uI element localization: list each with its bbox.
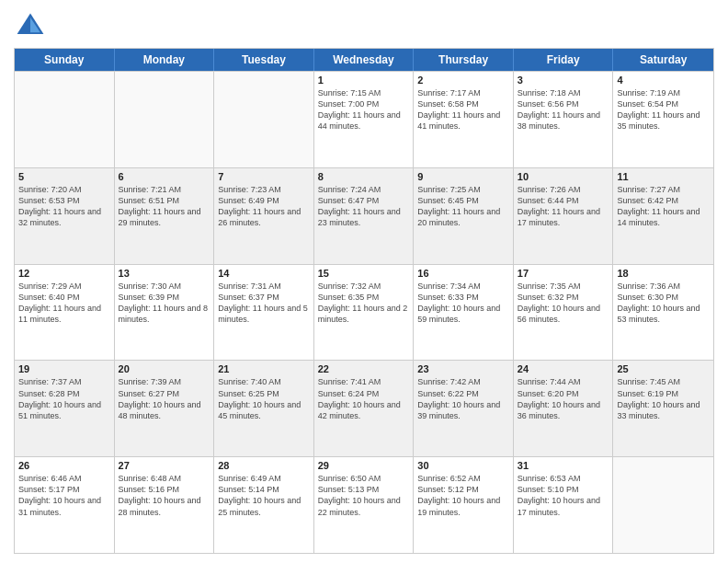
day-info: Sunrise: 7:15 AM Sunset: 7:00 PM Dayligh… [318, 87, 410, 132]
day-cell-26: 26Sunrise: 6:46 AM Sunset: 5:17 PM Dayli… [15, 457, 115, 553]
day-info: Sunrise: 7:44 AM Sunset: 6:20 PM Dayligh… [518, 376, 609, 421]
day-number: 5 [18, 171, 110, 182]
day-number: 19 [18, 363, 110, 374]
calendar: SundayMondayTuesdayWednesdayThursdayFrid… [14, 48, 714, 554]
day-info: Sunrise: 7:30 AM Sunset: 6:39 PM Dayligh… [119, 281, 210, 326]
day-info: Sunrise: 7:35 AM Sunset: 6:32 PM Dayligh… [518, 281, 609, 326]
day-info: Sunrise: 6:52 AM Sunset: 5:12 PM Dayligh… [417, 473, 509, 518]
day-cell-9: 9Sunrise: 7:25 AM Sunset: 6:45 PM Daylig… [414, 168, 514, 264]
day-info: Sunrise: 7:39 AM Sunset: 6:27 PM Dayligh… [119, 376, 210, 421]
day-header-monday: Monday [115, 49, 215, 71]
week-row-1: 1Sunrise: 7:15 AM Sunset: 7:00 PM Daylig… [15, 71, 713, 167]
day-info: Sunrise: 7:18 AM Sunset: 6:56 PM Dayligh… [518, 87, 609, 132]
day-cell-7: 7Sunrise: 7:23 AM Sunset: 6:49 PM Daylig… [214, 168, 314, 264]
day-header-wednesday: Wednesday [314, 49, 415, 71]
day-cell-31: 31Sunrise: 6:53 AM Sunset: 5:10 PM Dayli… [514, 457, 614, 553]
day-number: 20 [119, 363, 210, 374]
day-number: 6 [119, 171, 210, 182]
empty-cell [613, 457, 713, 553]
day-cell-13: 13Sunrise: 7:30 AM Sunset: 6:39 PM Dayli… [115, 265, 215, 361]
day-number: 1 [318, 75, 410, 86]
day-info: Sunrise: 6:50 AM Sunset: 5:13 PM Dayligh… [318, 473, 410, 518]
day-number: 25 [617, 363, 710, 374]
day-header-saturday: Saturday [613, 49, 713, 71]
day-number: 26 [18, 460, 110, 471]
day-number: 4 [617, 75, 710, 86]
empty-cell [15, 72, 115, 167]
day-number: 13 [119, 268, 210, 279]
day-info: Sunrise: 7:24 AM Sunset: 6:47 PM Dayligh… [318, 184, 410, 229]
day-number: 16 [417, 268, 509, 279]
day-info: Sunrise: 7:42 AM Sunset: 6:22 PM Dayligh… [417, 376, 509, 421]
day-info: Sunrise: 7:26 AM Sunset: 6:44 PM Dayligh… [518, 184, 609, 229]
day-number: 22 [318, 363, 410, 374]
day-cell-19: 19Sunrise: 7:37 AM Sunset: 6:28 PM Dayli… [15, 361, 115, 456]
day-number: 3 [518, 75, 609, 86]
day-header-tuesday: Tuesday [214, 49, 314, 71]
day-cell-21: 21Sunrise: 7:40 AM Sunset: 6:25 PM Dayli… [214, 361, 314, 456]
week-row-2: 5Sunrise: 7:20 AM Sunset: 6:53 PM Daylig… [15, 167, 713, 264]
day-number: 28 [218, 460, 310, 471]
day-number: 9 [417, 171, 509, 182]
page: SundayMondayTuesdayWednesdayThursdayFrid… [0, 0, 728, 563]
day-number: 27 [119, 460, 210, 471]
week-row-5: 26Sunrise: 6:46 AM Sunset: 5:17 PM Dayli… [15, 456, 713, 553]
day-cell-30: 30Sunrise: 6:52 AM Sunset: 5:12 PM Dayli… [414, 457, 514, 553]
day-cell-16: 16Sunrise: 7:34 AM Sunset: 6:33 PM Dayli… [414, 265, 514, 361]
calendar-body: 1Sunrise: 7:15 AM Sunset: 7:00 PM Daylig… [15, 71, 713, 553]
day-info: Sunrise: 6:48 AM Sunset: 5:16 PM Dayligh… [119, 473, 210, 518]
day-cell-6: 6Sunrise: 7:21 AM Sunset: 6:51 PM Daylig… [115, 168, 215, 264]
day-number: 7 [218, 171, 310, 182]
day-info: Sunrise: 6:46 AM Sunset: 5:17 PM Dayligh… [18, 473, 110, 518]
day-header-thursday: Thursday [414, 49, 514, 71]
day-number: 18 [617, 268, 710, 279]
day-cell-15: 15Sunrise: 7:32 AM Sunset: 6:35 PM Dayli… [314, 265, 415, 361]
day-info: Sunrise: 7:20 AM Sunset: 6:53 PM Dayligh… [18, 184, 110, 229]
day-info: Sunrise: 7:19 AM Sunset: 6:54 PM Dayligh… [617, 87, 710, 132]
day-number: 30 [417, 460, 509, 471]
day-cell-11: 11Sunrise: 7:27 AM Sunset: 6:42 PM Dayli… [613, 168, 713, 264]
header [14, 9, 714, 42]
day-info: Sunrise: 7:37 AM Sunset: 6:28 PM Dayligh… [18, 376, 110, 421]
day-cell-18: 18Sunrise: 7:36 AM Sunset: 6:30 PM Dayli… [613, 265, 713, 361]
day-info: Sunrise: 7:25 AM Sunset: 6:45 PM Dayligh… [417, 184, 509, 229]
day-number: 29 [318, 460, 410, 471]
day-cell-12: 12Sunrise: 7:29 AM Sunset: 6:40 PM Dayli… [15, 265, 115, 361]
week-row-4: 19Sunrise: 7:37 AM Sunset: 6:28 PM Dayli… [15, 360, 713, 456]
day-info: Sunrise: 7:23 AM Sunset: 6:49 PM Dayligh… [218, 184, 310, 229]
day-info: Sunrise: 6:53 AM Sunset: 5:10 PM Dayligh… [518, 473, 609, 518]
day-cell-29: 29Sunrise: 6:50 AM Sunset: 5:13 PM Dayli… [314, 457, 415, 553]
day-info: Sunrise: 7:17 AM Sunset: 6:58 PM Dayligh… [417, 87, 509, 132]
empty-cell [115, 72, 215, 167]
day-number: 15 [318, 268, 410, 279]
day-number: 17 [518, 268, 609, 279]
week-row-3: 12Sunrise: 7:29 AM Sunset: 6:40 PM Dayli… [15, 264, 713, 361]
day-cell-4: 4Sunrise: 7:19 AM Sunset: 6:54 PM Daylig… [613, 72, 713, 167]
day-cell-24: 24Sunrise: 7:44 AM Sunset: 6:20 PM Dayli… [514, 361, 614, 456]
day-info: Sunrise: 6:49 AM Sunset: 5:14 PM Dayligh… [218, 473, 310, 518]
day-number: 23 [417, 363, 509, 374]
day-cell-17: 17Sunrise: 7:35 AM Sunset: 6:32 PM Dayli… [514, 265, 614, 361]
day-number: 11 [617, 171, 710, 182]
day-number: 21 [218, 363, 310, 374]
day-cell-22: 22Sunrise: 7:41 AM Sunset: 6:24 PM Dayli… [314, 361, 415, 456]
day-info: Sunrise: 7:31 AM Sunset: 6:37 PM Dayligh… [218, 281, 310, 326]
day-cell-1: 1Sunrise: 7:15 AM Sunset: 7:00 PM Daylig… [314, 72, 415, 167]
day-info: Sunrise: 7:45 AM Sunset: 6:19 PM Dayligh… [617, 376, 710, 421]
day-cell-5: 5Sunrise: 7:20 AM Sunset: 6:53 PM Daylig… [15, 168, 115, 264]
day-cell-20: 20Sunrise: 7:39 AM Sunset: 6:27 PM Dayli… [115, 361, 215, 456]
day-number: 2 [417, 75, 509, 86]
day-cell-23: 23Sunrise: 7:42 AM Sunset: 6:22 PM Dayli… [414, 361, 514, 456]
day-number: 31 [518, 460, 609, 471]
day-cell-10: 10Sunrise: 7:26 AM Sunset: 6:44 PM Dayli… [514, 168, 614, 264]
day-header-sunday: Sunday [15, 49, 115, 71]
day-number: 8 [318, 171, 410, 182]
day-cell-27: 27Sunrise: 6:48 AM Sunset: 5:16 PM Dayli… [115, 457, 215, 553]
logo [14, 9, 51, 42]
day-info: Sunrise: 7:41 AM Sunset: 6:24 PM Dayligh… [318, 376, 410, 421]
day-cell-25: 25Sunrise: 7:45 AM Sunset: 6:19 PM Dayli… [613, 361, 713, 456]
day-cell-8: 8Sunrise: 7:24 AM Sunset: 6:47 PM Daylig… [314, 168, 415, 264]
day-cell-2: 2Sunrise: 7:17 AM Sunset: 6:58 PM Daylig… [414, 72, 514, 167]
day-info: Sunrise: 7:34 AM Sunset: 6:33 PM Dayligh… [417, 281, 509, 326]
day-info: Sunrise: 7:27 AM Sunset: 6:42 PM Dayligh… [617, 184, 710, 229]
